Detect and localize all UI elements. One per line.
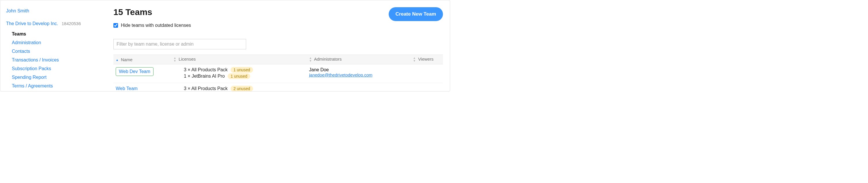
viewers-cell [411, 83, 443, 92]
license-line: 3 × All Products Pack 2 unused [174, 86, 304, 91]
col-header-name[interactable]: ▲ Name [114, 55, 171, 64]
col-header-administrators[interactable]: ▲▼ Administrators [307, 55, 411, 64]
license-text: 3 × All Products Pack [184, 67, 228, 72]
col-header-label: Licenses [179, 57, 196, 61]
nav-item-terms[interactable]: Terms / Agreements [12, 82, 104, 90]
nav-link[interactable]: Spending Report [12, 75, 46, 80]
nav-link[interactable]: Subscription Packs [12, 66, 51, 71]
sort-asc-icon: ▲ [116, 58, 119, 61]
sidebar-nav: Teams Administration Contacts Transactio… [6, 30, 104, 90]
admin-email[interactable]: janedoe@thedrivetodevelop.com [309, 72, 373, 78]
license-line: 1 × JetBrains AI Pro 1 unused [174, 73, 304, 79]
nav-item-subscription-packs[interactable]: Subscription Packs [12, 64, 104, 73]
teams-table: ▲ Name ▲▼ Licenses ▲▼ Administrators ▲▼ … [114, 55, 443, 92]
table-row: Web Team 3 × All Products Pack 2 unused [114, 83, 443, 92]
hide-outdated-label: Hide teams with outdated licenses [121, 23, 191, 28]
team-link[interactable]: Web Dev Team [116, 67, 154, 76]
nav-link[interactable]: Teams [12, 31, 26, 36]
nav-link[interactable]: Administration [12, 40, 41, 45]
page-title: 15 Teams [114, 7, 152, 17]
license-line: 3 × All Products Pack 1 unused [174, 67, 304, 72]
nav-item-contacts[interactable]: Contacts [12, 47, 104, 56]
col-header-label: Viewers [418, 57, 433, 61]
license-text: 1 × JetBrains AI Pro [184, 73, 225, 79]
nav-link[interactable]: Transactions / Invoices [12, 57, 59, 62]
team-link[interactable]: Web Team [116, 86, 137, 91]
nav-link[interactable]: Terms / Agreements [12, 84, 53, 88]
user-link[interactable]: John Smith [6, 8, 104, 13]
org-id: 18420536 [62, 21, 81, 26]
admin-name: Jane Doe [309, 67, 408, 72]
col-header-label: Administrators [314, 57, 342, 61]
admin-cell [307, 83, 411, 92]
viewers-cell [411, 64, 443, 83]
table-row: Web Dev Team 3 × All Products Pack 1 unu… [114, 64, 443, 83]
org-row: The Drive to Develop Inc. 18420536 [6, 21, 104, 26]
main-content: 15 Teams Create New Team Hide teams with… [110, 0, 450, 91]
unused-badge: 1 unused [230, 67, 253, 73]
nav-item-spending-report[interactable]: Spending Report [12, 73, 104, 82]
table-header-row: ▲ Name ▲▼ Licenses ▲▼ Administrators ▲▼ … [114, 55, 443, 64]
col-header-label: Name [121, 57, 132, 62]
sidebar: John Smith The Drive to Develop Inc. 184… [0, 0, 110, 91]
page-container: John Smith The Drive to Develop Inc. 184… [0, 0, 450, 92]
unused-badge: 2 unused [230, 86, 253, 92]
unused-badge: 1 unused [228, 73, 250, 79]
nav-link[interactable]: Contacts [12, 49, 30, 54]
sort-icon: ▲▼ [174, 57, 176, 62]
filter-input[interactable] [114, 39, 246, 49]
col-header-viewers[interactable]: ▲▼ Viewers [411, 55, 443, 64]
sort-icon: ▲▼ [309, 57, 312, 62]
nav-item-transactions[interactable]: Transactions / Invoices [12, 56, 104, 64]
hide-outdated-row[interactable]: Hide teams with outdated licenses [114, 23, 443, 28]
org-link[interactable]: The Drive to Develop Inc. [6, 21, 58, 26]
header-row: 15 Teams Create New Team [114, 7, 443, 23]
sort-icon: ▲▼ [413, 57, 416, 62]
license-text: 3 × All Products Pack [184, 86, 228, 91]
nav-item-teams[interactable]: Teams [12, 30, 104, 38]
col-header-licenses[interactable]: ▲▼ Licenses [171, 55, 307, 64]
hide-outdated-checkbox[interactable] [114, 23, 118, 28]
create-new-team-button[interactable]: Create New Team [389, 7, 443, 21]
nav-item-administration[interactable]: Administration [12, 38, 104, 47]
